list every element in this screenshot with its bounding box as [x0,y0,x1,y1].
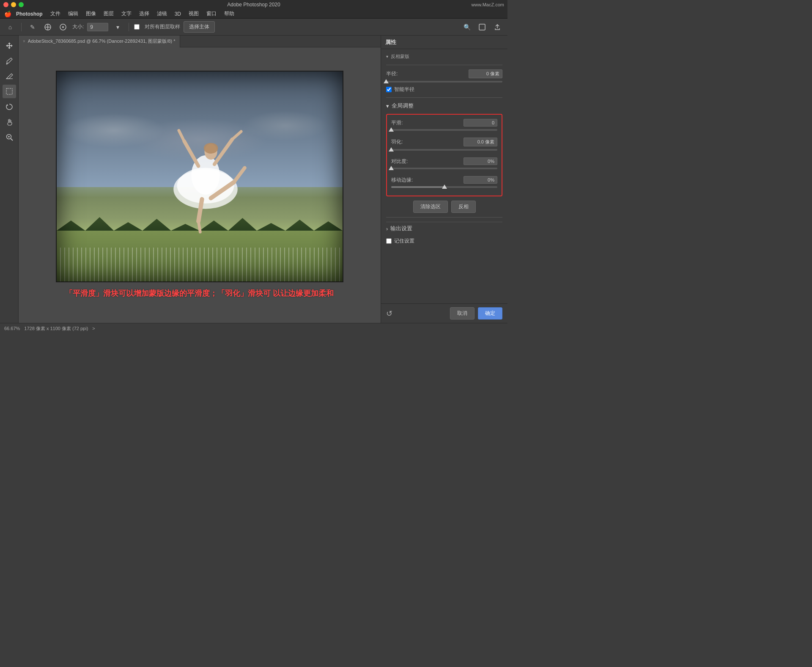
menu-file[interactable]: 文件 [47,9,64,18]
dropdown-arrow[interactable]: ▾ [112,21,123,33]
radius-value[interactable]: 0 像素 [469,69,502,78]
home-button[interactable]: ⌂ [4,21,16,33]
global-adjustments-box: 平滑: 0 羽化: 0.0 像素 [386,114,502,196]
global-section-header[interactable]: ▾ 全局调整 [386,102,502,110]
traffic-lights[interactable] [3,2,24,7]
tab-bar: × AdobeStock_78360685.psd @ 66.7% (Dance… [19,36,381,47]
shift-edge-value[interactable]: 0% [464,176,497,184]
search-button[interactable]: 🔍 [461,21,473,33]
document-tab[interactable]: × AdobeStock_78360685.psd @ 66.7% (Dance… [19,36,180,47]
reset-button[interactable]: ↺ [386,309,392,318]
paintbrush-tool[interactable] [3,54,16,68]
menu-help[interactable]: 帮助 [221,9,238,18]
radius-slider-thumb[interactable] [384,79,389,83]
menu-window[interactable]: 窗口 [203,9,220,18]
shift-edge-row: 移动边缘: 0% [391,176,497,184]
contrast-value[interactable]: 0% [464,157,497,165]
brush-tool-button[interactable]: ✎ [27,21,38,33]
zoom-level: 66.67% [4,326,20,331]
layout-button[interactable] [476,21,488,33]
menu-layer[interactable]: 图层 [100,9,117,18]
smooth-row: 平滑: 0 [391,119,497,127]
size-input[interactable] [87,23,108,31]
window-title: Adobe Photoshop 2020 [227,2,280,8]
ok-button[interactable]: 确定 [478,307,502,320]
apple-menu[interactable]: 🍎 [3,11,12,17]
contrast-slider-thumb[interactable] [389,166,394,170]
svg-line-9 [11,139,13,141]
toolbar-separator-2 [129,23,129,31]
minimize-window-button[interactable] [11,2,16,7]
menu-3d[interactable]: 3D [171,10,184,18]
radius-slider[interactable] [386,81,502,83]
status-arrow[interactable]: > [92,326,95,331]
share-button[interactable] [491,21,503,33]
target-plus-button[interactable] [42,21,54,33]
selection-tool[interactable] [3,85,16,98]
collapse-arrow-output[interactable]: › [386,226,388,232]
watermark-text: www.MacZ.com [471,2,504,7]
zoom-tool[interactable] [3,130,16,144]
canvas-viewport[interactable]: 「平滑度」滑块可以增加蒙版边缘的平滑度；「羽化」滑块可 以让边缘更加柔和 [19,47,381,323]
remember-settings-checkbox[interactable] [386,238,392,244]
menu-filter[interactable]: 滤镜 [154,9,170,18]
smooth-slider-thumb[interactable] [389,127,394,132]
feather-slider-track [391,149,497,151]
menu-edit[interactable]: 编辑 [65,9,82,18]
titlebar: Adobe Photoshop 2020 www.MacZ.com [0,0,508,9]
menu-select[interactable]: 选择 [136,9,153,18]
contrast-row: 对比度: 0% [391,157,497,165]
sample-label: 对所有图层取样 [145,23,180,30]
hand-tool[interactable] [3,115,16,129]
clear-selection-button[interactable]: 清除选区 [413,201,448,213]
svg-point-4 [62,26,64,28]
feather-slider-thumb[interactable] [389,147,394,152]
shift-edge-slider[interactable] [391,186,497,188]
smart-radius-checkbox[interactable] [386,87,392,92]
svg-line-20 [232,132,241,140]
maximize-window-button[interactable] [19,2,24,7]
cancel-button[interactable]: 取消 [450,307,475,320]
shift-edge-label: 移动边缘: [391,176,413,184]
contrast-slider[interactable] [391,168,497,169]
canvas-area: × AdobeStock_78360685.psd @ 66.7% (Dance… [19,36,381,323]
smooth-value[interactable]: 0 [464,119,497,127]
eraser-tool[interactable] [3,69,16,83]
collapse-arrow-mask[interactable]: ▾ [386,54,388,59]
feather-slider[interactable] [391,149,497,151]
properties-panel: 属性 ▾ 反相蒙版 半径: 0 像素 [381,36,508,323]
panel-header: 属性 [381,36,508,49]
dimensions-info: 1728 像素 x 1100 像素 (72 ppi) [24,325,88,332]
mask-section-header: ▾ 反相蒙版 [386,52,502,61]
dancer-figure [146,104,265,239]
feather-value[interactable]: 0.0 像素 [464,138,497,146]
smart-radius-row: 智能半径 [386,86,502,93]
shift-edge-slider-thumb[interactable] [442,185,447,189]
action-buttons-row: 清除选区 反相 [386,201,502,213]
smooth-label: 平滑: [391,119,403,127]
sample-all-layers-checkbox[interactable] [134,24,140,30]
svg-rect-5 [479,24,485,30]
flowers-layer [57,248,343,281]
menu-image[interactable]: 图像 [82,9,99,18]
smart-radius-label: 智能半径 [394,86,414,93]
panel-footer: ↺ 取消 确定 [381,303,508,323]
move-tool[interactable] [3,39,16,52]
menu-view[interactable]: 视图 [185,9,202,18]
invert-button[interactable]: 反相 [451,201,476,213]
shift-edge-slider-track [391,186,497,188]
toolbar-separator-1 [21,23,22,31]
collapse-arrow-global[interactable]: ▾ [386,103,389,109]
select-subject-button[interactable]: 选择主体 [184,21,215,33]
svg-line-24 [198,221,200,232]
lasso-tool[interactable] [3,100,16,113]
svg-point-14 [173,170,238,209]
output-section[interactable]: › 输出设置 [386,222,502,235]
photo-frame [56,71,343,282]
smooth-slider[interactable] [391,129,497,131]
menu-photoshop[interactable]: Photoshop [13,10,46,18]
menu-text[interactable]: 文字 [118,9,135,18]
tab-close-icon[interactable]: × [23,39,25,44]
target-button[interactable] [57,21,69,33]
close-window-button[interactable] [3,2,8,7]
